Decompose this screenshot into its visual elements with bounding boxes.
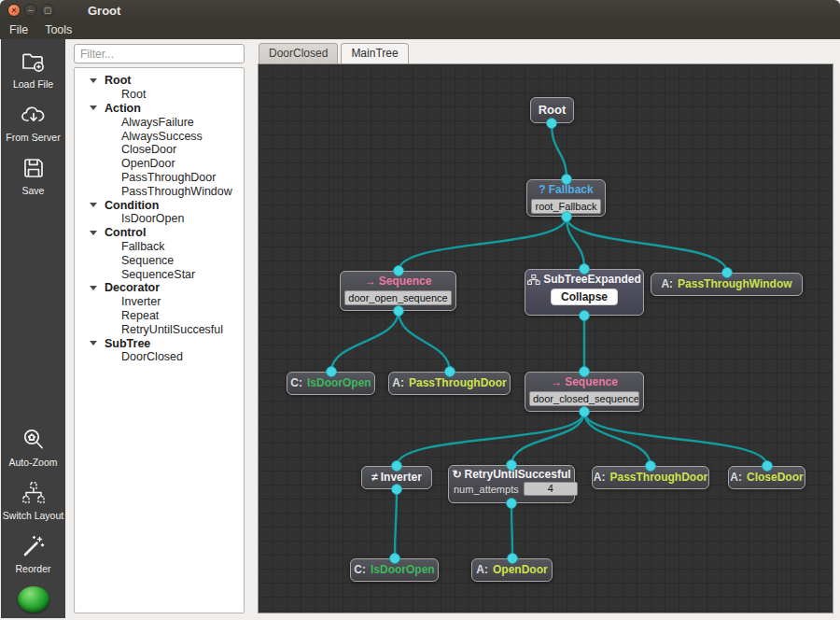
palette-item[interactable]: IsDoorOpen [75, 212, 244, 226]
fallback-icon: ? [539, 183, 545, 196]
save-button[interactable]: Save [21, 155, 47, 196]
node-retryuntilsuccesful[interactable]: ↻RetryUntilSuccesful num_attempts 4 [448, 465, 575, 503]
node-title: Root [539, 103, 567, 117]
node-title: SubTreeExpanded [543, 273, 641, 286]
cloud-download-icon [21, 102, 47, 128]
tab-doorclosed[interactable]: DoorClosed [259, 43, 338, 63]
palette-item[interactable]: CloseDoor [75, 143, 244, 157]
palette-item[interactable]: Root [75, 88, 244, 102]
node-title: Sequence [379, 275, 432, 288]
edge [511, 412, 584, 465]
edge [397, 412, 584, 466]
node-sequence-closed[interactable]: →Sequence door_closed_sequence [525, 372, 644, 412]
node-subtree-expanded[interactable]: SubTreeExpanded Collapse [525, 269, 644, 316]
palette-item[interactable]: RetryUntilSuccesful [75, 322, 244, 336]
from-server-button[interactable]: From Server [6, 102, 60, 143]
collapse-arrow-icon [90, 231, 97, 235]
node-palette: Root Root Action AlwaysFailure AlwaysSuc… [74, 44, 245, 613]
palette-item[interactable]: Repeat [75, 309, 244, 323]
edge [399, 311, 450, 372]
edge [331, 311, 399, 372]
edge [552, 123, 567, 179]
palette-category-decorator[interactable]: Decorator [75, 281, 244, 295]
from-server-label: From Server [6, 132, 60, 143]
load-file-label: Load File [13, 78, 53, 90]
node-title: OpenDoor [493, 563, 548, 576]
palette-tree: Root Root Action AlwaysFailure AlwaysSuc… [74, 67, 245, 613]
num-attempts-field[interactable]: 4 [524, 482, 578, 496]
title-bar: × – ▢ Groot [0, 0, 840, 21]
magnifier-home-icon [21, 427, 47, 453]
palette-category-root[interactable]: Root [75, 74, 244, 88]
node-title: RetryUntilSuccesful [465, 468, 571, 481]
node-opendoor[interactable]: A:OpenDoor [471, 558, 553, 582]
palette-item[interactable]: SequenceStar [75, 267, 244, 281]
node-root[interactable]: Root [530, 97, 574, 123]
node-title: PassThroughDoor [610, 471, 708, 484]
magic-wand-icon [21, 533, 47, 559]
load-file-button[interactable]: Load File [13, 49, 53, 90]
palette-item[interactable]: PassThroughWindow [75, 184, 244, 198]
collapse-arrow-icon [90, 106, 97, 110]
menu-file[interactable]: File [2, 21, 35, 38]
action-prefix: A: [476, 563, 488, 576]
palette-category-action[interactable]: Action [75, 102, 244, 116]
condition-prefix: C: [354, 563, 366, 576]
retry-icon: ↻ [452, 468, 461, 481]
reorder-button[interactable]: Reorder [16, 533, 51, 574]
node-closedoor[interactable]: A:CloseDoor [728, 466, 805, 489]
palette-item[interactable]: Fallback [75, 240, 244, 254]
palette-item[interactable]: AlwaysSuccess [75, 129, 244, 143]
node-passthroughdoor-2[interactable]: A:PassThroughDoor [592, 466, 709, 489]
node-instance-name: root_Fallback [531, 199, 601, 214]
window-title: Groot [88, 4, 120, 18]
left-toolbar: Load File From Server Save Auto-Zoom [1, 39, 65, 618]
editor-tabs: DoorClosed MainTree [259, 43, 409, 63]
maximize-icon[interactable]: ▢ [41, 4, 54, 17]
palette-item[interactable]: OpenDoor [75, 157, 244, 171]
graph-canvas[interactable]: Root ?Fallback root_Fallback →Sequence d… [258, 63, 833, 613]
switch-layout-label: Switch Layout [3, 510, 63, 521]
tab-maintree[interactable]: MainTree [341, 43, 408, 63]
edge [395, 489, 397, 558]
close-icon[interactable]: × [7, 4, 21, 17]
node-title: CloseDoor [747, 471, 804, 484]
node-title: PassThroughDoor [409, 376, 507, 389]
node-title: Sequence [565, 375, 618, 388]
action-prefix: A: [730, 471, 742, 484]
node-sequence-open[interactable]: →Sequence door_open_sequence [340, 271, 456, 311]
palette-category-control[interactable]: Control [75, 226, 244, 240]
node-title: Inverter [381, 471, 422, 484]
node-instance-name: door_open_sequence [344, 290, 452, 305]
auto-zoom-label: Auto-Zoom [9, 457, 58, 468]
action-prefix: A: [594, 471, 606, 484]
palette-category-subtree[interactable]: SubTree [75, 336, 244, 350]
palette-item[interactable]: Inverter [75, 295, 244, 309]
palette-item[interactable]: DoorClosed [75, 350, 244, 364]
node-instance-name: door_closed_sequence [529, 391, 639, 406]
node-fallback[interactable]: ?Fallback root_Fallback [526, 179, 606, 217]
filter-input[interactable] [74, 44, 245, 63]
palette-category-condition[interactable]: Condition [75, 198, 244, 212]
node-isdooropen-1[interactable]: C:IsDoorOpen [287, 372, 375, 395]
edge [584, 412, 767, 466]
node-isdooropen-2[interactable]: C:IsDoorOpen [350, 558, 439, 582]
save-label: Save [22, 185, 45, 196]
collapse-arrow-icon [90, 286, 97, 290]
minimize-icon[interactable]: – [24, 4, 37, 17]
auto-zoom-button[interactable]: Auto-Zoom [9, 427, 58, 468]
node-passthroughwindow[interactable]: A:PassThroughWindow [651, 273, 803, 296]
palette-item[interactable]: AlwaysFailure [75, 115, 244, 129]
edge [511, 503, 512, 558]
collapse-button[interactable]: Collapse [551, 289, 618, 305]
palette-item[interactable]: Sequence [75, 253, 244, 267]
menu-tools[interactable]: Tools [37, 21, 79, 38]
edge [567, 217, 584, 269]
switch-layout-button[interactable]: Switch Layout [3, 480, 63, 521]
subtree-icon [527, 275, 540, 285]
node-title: Fallback [549, 183, 594, 196]
palette-item[interactable]: PassThroughDoor [75, 171, 244, 185]
node-passthroughdoor-1[interactable]: A:PassThroughDoor [388, 372, 511, 395]
edge [567, 217, 727, 273]
node-inverter[interactable]: ≠Inverter [361, 466, 432, 489]
